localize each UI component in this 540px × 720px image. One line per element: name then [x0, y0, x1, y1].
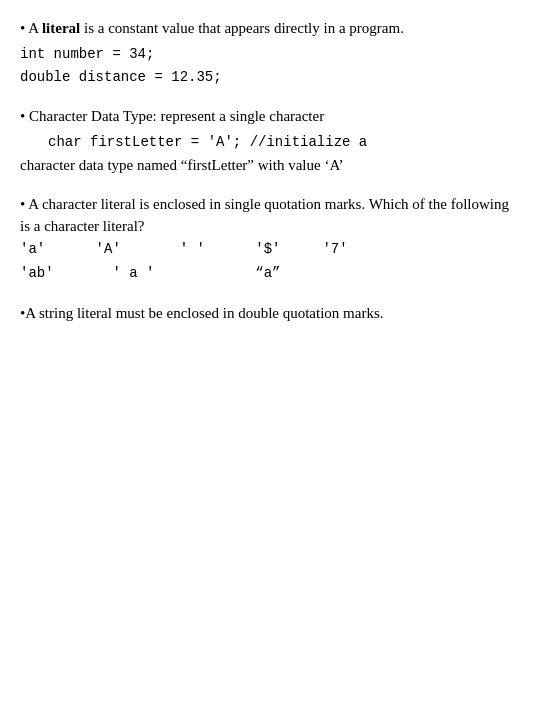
- string-literal-text: •A string literal must be enclosed in do…: [20, 305, 384, 321]
- char-literal-options-row1: 'a' 'A' ' ' '$' '7': [20, 238, 520, 262]
- section-char-literal: • A character literal is enclosed in sin…: [20, 194, 520, 285]
- section-char-type: • Character Data Type: represent a singl…: [20, 106, 520, 177]
- char-type-intro: • Character Data Type: represent a singl…: [20, 106, 520, 128]
- code-first-letter: char firstLetter = 'A'; //initialize a: [20, 132, 520, 153]
- code-double-distance: double distance = 12.35;: [20, 67, 520, 88]
- section-literal: • A literal is a constant value that app…: [20, 18, 520, 88]
- code-int-number: int number = 34;: [20, 44, 520, 65]
- literal-intro-text: • A literal is a constant value that app…: [20, 18, 520, 40]
- char-type-description: character data type named “firstLetter” …: [20, 157, 344, 173]
- char-literal-intro: • A character literal is enclosed in sin…: [20, 196, 509, 234]
- char-literal-options-row2: 'ab' ' a ' “a”: [20, 262, 520, 286]
- section-string-literal: •A string literal must be enclosed in do…: [20, 303, 520, 325]
